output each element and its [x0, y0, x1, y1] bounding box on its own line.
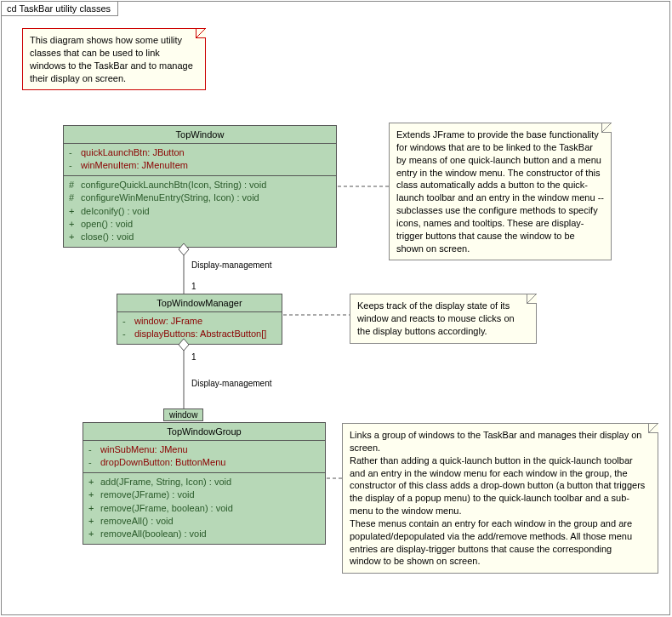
attr-row: -quickLaunchBtn: JButton [69, 146, 331, 159]
note-topwindowmanager-text: Keeps track of the display state of its … [357, 300, 515, 336]
class-topwindowgroup-ops: +add(JFrame, String, Icon) : void +remov… [83, 473, 325, 544]
class-topwindowmanager: TopWindowManager -window: JFrame -displa… [117, 294, 282, 345]
attr-row: -winMenuItem: JMenuItem [69, 159, 331, 172]
note-corner-icon [196, 28, 206, 38]
attr-row: -winSubMenu: JMenu [88, 443, 320, 456]
note-topwindow-text: Extends JFrame to provide the base funct… [396, 129, 604, 254]
note-corner-icon [648, 423, 658, 433]
attr-row: -displayButtons: AbstractButton[] [122, 328, 276, 340]
op-row: +removeAll(boolean) : void [88, 528, 320, 540]
note-topwindowgroup-text: Links a group of windows to the TaskBar … [350, 430, 645, 566]
note-intro: This diagram shows how some utility clas… [22, 28, 206, 90]
note-intro-text: This diagram shows how some utility clas… [30, 35, 193, 83]
class-topwindowmanager-attrs: -window: JFrame -displayButtons: Abstrac… [117, 312, 282, 344]
assoc-mult-1: 1 [191, 282, 196, 291]
op-row: #configureQuickLaunchBtn(Icon, String) :… [69, 179, 331, 191]
class-topwindow-ops: #configureQuickLaunchBtn(Icon, String) :… [64, 176, 336, 247]
op-row: +remove(JFrame, boolean) : void [88, 502, 320, 515]
diagram-title: cd TaskBar utility classes [1, 1, 118, 16]
assoc-label-1: Display-management [191, 260, 272, 270]
class-topwindowgroup-attrs: -winSubMenu: JMenu -dropDownButton: Butt… [83, 441, 325, 473]
class-topwindow: TopWindow -quickLaunchBtn: JButton -winM… [63, 125, 337, 248]
op-row: +add(JFrame, String, Icon) : void [88, 476, 320, 488]
note-topwindowgroup: Links a group of windows to the TaskBar … [342, 423, 658, 574]
op-row: +open() : void [69, 218, 331, 231]
attr-row: -window: JFrame [122, 315, 276, 328]
op-row: +removeAll() : void [88, 515, 320, 528]
note-topwindowmanager: Keeps track of the display state of its … [350, 294, 537, 344]
attr-row: -dropDownButton: ButtonMenu [88, 456, 320, 469]
role-window: window [163, 408, 203, 421]
class-topwindowmanager-title: TopWindowManager [117, 294, 282, 312]
class-topwindow-title: TopWindow [64, 126, 336, 144]
note-corner-icon [601, 123, 612, 133]
op-row: #configureWinMenuEntry(String, Icon) : v… [69, 191, 331, 204]
note-topwindow: Extends JFrame to provide the base funct… [389, 123, 612, 260]
class-topwindowgroup-title: TopWindowGroup [83, 423, 325, 441]
op-row: +close() : void [69, 231, 331, 243]
op-row: +remove(JFrame) : void [88, 488, 320, 501]
assoc-mult-2: 1 [191, 352, 196, 362]
class-topwindowgroup: TopWindowGroup -winSubMenu: JMenu -dropD… [83, 422, 326, 545]
assoc-label-2: Display-management [191, 379, 272, 388]
note-corner-icon [527, 294, 537, 304]
class-topwindow-attrs: -quickLaunchBtn: JButton -winMenuItem: J… [64, 144, 336, 176]
op-row: +deIconify() : void [69, 205, 331, 218]
